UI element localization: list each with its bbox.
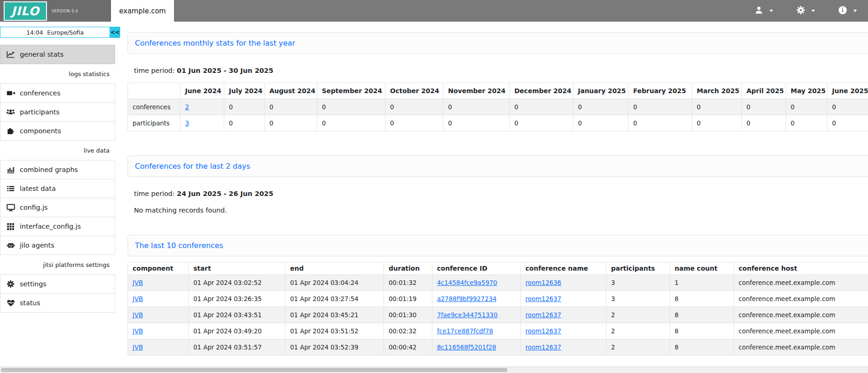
card-last-2-days: Conferences for the last 2 days bbox=[128, 155, 868, 177]
stat-cell: 0 bbox=[692, 115, 742, 131]
conference-row: JVB01 Apr 2024 03:02:5201 Apr 2024 03:04… bbox=[128, 275, 868, 291]
sidebar-item-status[interactable]: status bbox=[0, 293, 115, 313]
month-header-november-2024: November 2024 bbox=[443, 83, 510, 99]
start-header: start bbox=[189, 262, 285, 275]
conferences-header-row: componentstartenddurationconference IDco… bbox=[128, 262, 868, 275]
duration-cell: 00:02:32 bbox=[384, 323, 432, 339]
horizontal-scrollbar[interactable] bbox=[0, 367, 868, 373]
stat-cell: 0 bbox=[385, 99, 443, 115]
component-link[interactable]: JVB bbox=[133, 295, 143, 302]
stat-cell: 0 bbox=[224, 115, 265, 131]
settings-menu[interactable] bbox=[796, 6, 815, 16]
component-link[interactable]: JVB bbox=[133, 311, 143, 319]
stat-cell: 2 bbox=[181, 99, 224, 115]
sidebar-item-label: config.js bbox=[20, 204, 48, 211]
time-period-value: 01 Jun 2025 - 30 Jun 2025 bbox=[177, 67, 273, 74]
time-widget: 14:04 Europe/Sofia << bbox=[0, 27, 120, 38]
conference-name-link[interactable]: room12637 bbox=[525, 327, 561, 335]
component-link[interactable]: JVB bbox=[133, 279, 143, 286]
conference-id-link[interactable]: 7fae9ce344751330 bbox=[437, 311, 498, 319]
name-count-cell: 8 bbox=[670, 323, 734, 339]
version-label: VERSION 0.4 bbox=[52, 9, 78, 13]
conference-host-header: conference host bbox=[734, 262, 868, 275]
sidebar-item-participants[interactable]: participants bbox=[0, 102, 115, 122]
conference-name-link[interactable]: room12637 bbox=[525, 311, 561, 319]
component-cell: JVB bbox=[128, 323, 189, 339]
conferences-count-link[interactable]: 2 bbox=[185, 103, 189, 111]
participants-cell: 2 bbox=[606, 307, 670, 323]
monthly-header-row: June 2024July 2024August 2024September 2… bbox=[128, 83, 868, 99]
start-cell: 01 Apr 2024 03:26:35 bbox=[189, 291, 285, 307]
conference-row: JVB01 Apr 2024 03:51:5701 Apr 2024 03:52… bbox=[128, 339, 868, 355]
stat-cell: 0 bbox=[827, 115, 868, 131]
sidebar-item-label: participants bbox=[20, 108, 59, 116]
video-icon bbox=[6, 89, 15, 97]
sidebar-item-label: conferences bbox=[20, 89, 60, 97]
info-menu[interactable] bbox=[838, 6, 857, 16]
duration-cell: 00:01:19 bbox=[384, 291, 432, 307]
stat-cell: 0 bbox=[786, 99, 827, 115]
participants-cell: 3 bbox=[606, 291, 670, 307]
user-menu[interactable] bbox=[754, 6, 773, 16]
card-last-10-conferences: The last 10 conferences bbox=[128, 235, 868, 256]
conference-id-link[interactable]: 4c14584fce9a5970 bbox=[437, 279, 497, 286]
sidebar-item-combined-graphs[interactable]: combined graphs bbox=[0, 160, 115, 179]
stats-row-participants: participants3000000000000 bbox=[128, 115, 868, 131]
list-icon bbox=[6, 184, 15, 193]
sidebar-item-label: latest data bbox=[20, 185, 56, 192]
topbar-menus bbox=[754, 0, 868, 22]
stat-cell: 0 bbox=[317, 99, 385, 115]
monitor-icon bbox=[6, 203, 15, 212]
stat-cell: 0 bbox=[742, 99, 786, 115]
conference-name-cell: room12637 bbox=[521, 323, 606, 339]
conference-row: JVB01 Apr 2024 03:43:5101 Apr 2024 03:45… bbox=[128, 307, 868, 323]
conference-id-link[interactable]: fce17ce887fcdf78 bbox=[437, 327, 493, 335]
conference-id-link[interactable]: 8c116568f5201f28 bbox=[437, 343, 496, 351]
logo-text: JILO bbox=[11, 4, 39, 18]
conference-name-link[interactable]: room12636 bbox=[525, 279, 561, 286]
time-display: 14:04 Europe/Sofia bbox=[0, 27, 110, 38]
component-cell: JVB bbox=[128, 291, 189, 307]
conference-name-link[interactable]: room12637 bbox=[525, 343, 561, 351]
name-count-cell: 8 bbox=[670, 291, 734, 307]
month-header-may-2025: May 2025 bbox=[786, 83, 827, 99]
conference-name-link[interactable]: room12637 bbox=[525, 295, 561, 302]
chart-line-icon bbox=[6, 50, 15, 59]
clock-time: 14:04 bbox=[26, 29, 43, 36]
sidebar-item-conferences[interactable]: conferences bbox=[0, 83, 115, 103]
app-logo[interactable]: JILO bbox=[4, 1, 47, 21]
sidebar-collapse-button[interactable]: << bbox=[110, 27, 120, 38]
top-bar: JILO VERSION 0.4 example.com bbox=[0, 0, 868, 22]
sidebar-item-latest-data[interactable]: latest data bbox=[0, 179, 115, 198]
scrollbar-thumb[interactable] bbox=[1, 368, 507, 372]
main-content: Conferences monthly stats for the last y… bbox=[128, 22, 868, 355]
time-period-label: time period: bbox=[134, 190, 175, 197]
month-header-october-2024: October 2024 bbox=[385, 83, 443, 99]
sidebar-item-jilo-agents[interactable]: jilo agents bbox=[0, 236, 115, 255]
chevron-down-icon bbox=[769, 10, 773, 12]
sidebar-item-settings[interactable]: settings bbox=[0, 274, 115, 294]
stat-cell: 0 bbox=[827, 99, 868, 115]
no-records-message: No matching records found. bbox=[134, 207, 868, 214]
stat-cell: 0 bbox=[443, 115, 510, 131]
sidebar-item-components[interactable]: components bbox=[0, 121, 115, 141]
component-cell: JVB bbox=[128, 339, 189, 355]
stat-cell: 0 bbox=[265, 99, 317, 115]
sidebar-item-general-stats[interactable]: general stats bbox=[0, 45, 115, 64]
component-link[interactable]: JVB bbox=[133, 327, 143, 335]
time-period-monthly: time period: 01 Jun 2025 - 30 Jun 2025 bbox=[134, 67, 868, 74]
sidebar-item-config-js[interactable]: config.js bbox=[0, 198, 115, 217]
chevron-down-icon bbox=[811, 10, 815, 12]
component-link[interactable]: JVB bbox=[133, 343, 143, 351]
component-header: component bbox=[128, 262, 189, 275]
participants-count-link[interactable]: 3 bbox=[185, 119, 189, 127]
sidebar-item-interface-config-js[interactable]: interface_config.js bbox=[0, 217, 115, 236]
stat-cell: 0 bbox=[510, 99, 573, 115]
tab-example-com[interactable]: example.com bbox=[111, 0, 175, 22]
card-monthly-stats: Conferences monthly stats for the last y… bbox=[128, 32, 868, 54]
month-header-april-2025: April 2025 bbox=[742, 83, 786, 99]
conference-id-link[interactable]: a2788f9bf9927234 bbox=[437, 295, 496, 302]
duration-header: duration bbox=[384, 262, 432, 275]
month-header-august-2024: August 2024 bbox=[265, 83, 317, 99]
stat-cell: 0 bbox=[742, 115, 786, 131]
